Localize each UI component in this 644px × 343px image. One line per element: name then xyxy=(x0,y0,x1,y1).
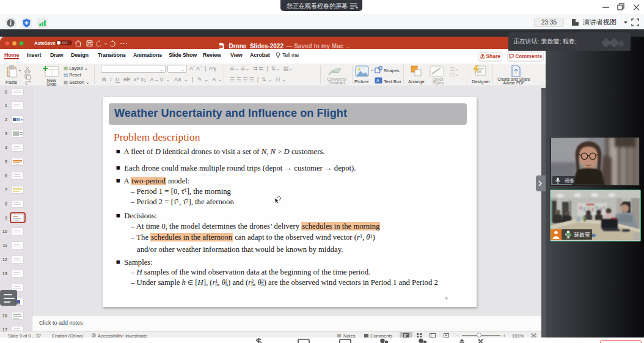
svg-text:程春: 程春 xyxy=(565,178,574,183)
svg-text:A: A xyxy=(376,78,379,83)
svg-text:裴啟莹: 裴啟莹 xyxy=(574,232,590,238)
